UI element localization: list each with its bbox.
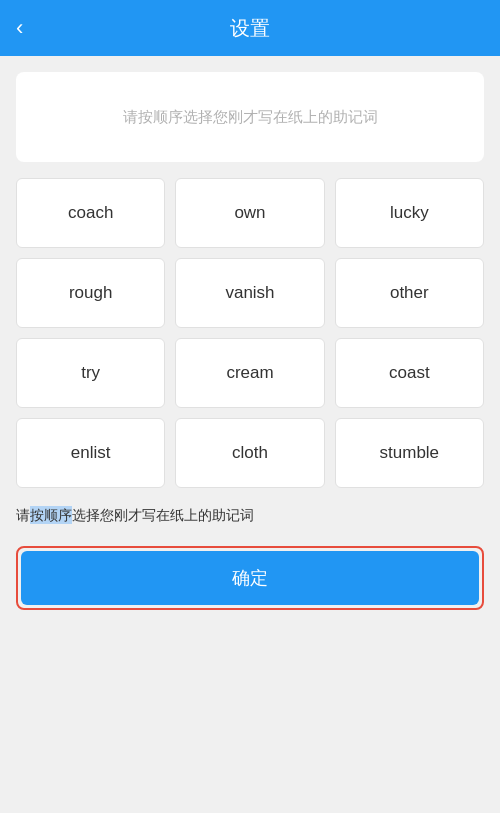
word-button-try[interactable]: try: [16, 338, 165, 408]
back-icon: ‹: [16, 15, 23, 41]
confirm-button[interactable]: 确定: [21, 551, 479, 605]
word-button-cream[interactable]: cream: [175, 338, 324, 408]
confirm-button-wrapper: 确定: [16, 546, 484, 610]
word-button-own[interactable]: own: [175, 178, 324, 248]
word-button-other[interactable]: other: [335, 258, 484, 328]
word-button-enlist[interactable]: enlist: [16, 418, 165, 488]
word-button-coach[interactable]: coach: [16, 178, 165, 248]
word-button-cloth[interactable]: cloth: [175, 418, 324, 488]
bottom-instruction: 请按顺序选择您刚才写在纸上的助记词: [16, 500, 484, 530]
word-grid: coach own lucky rough vanish other try c…: [16, 178, 484, 488]
page-title: 设置: [230, 15, 270, 42]
word-button-stumble[interactable]: stumble: [335, 418, 484, 488]
app-header: ‹ 设置: [0, 0, 500, 56]
instruction-prefix: 请: [16, 507, 30, 523]
back-button[interactable]: ‹: [16, 15, 23, 41]
word-button-rough[interactable]: rough: [16, 258, 165, 328]
top-instruction-text: 请按顺序选择您刚才写在纸上的助记词: [123, 105, 378, 129]
top-instruction-box: 请按顺序选择您刚才写在纸上的助记词: [16, 72, 484, 162]
instruction-suffix: 选择您刚才写在纸上的助记词: [72, 507, 254, 523]
word-button-coast[interactable]: coast: [335, 338, 484, 408]
instruction-highlight: 按顺序: [30, 506, 72, 524]
word-button-lucky[interactable]: lucky: [335, 178, 484, 248]
word-button-vanish[interactable]: vanish: [175, 258, 324, 328]
main-content: 请按顺序选择您刚才写在纸上的助记词 coach own lucky rough …: [0, 56, 500, 626]
